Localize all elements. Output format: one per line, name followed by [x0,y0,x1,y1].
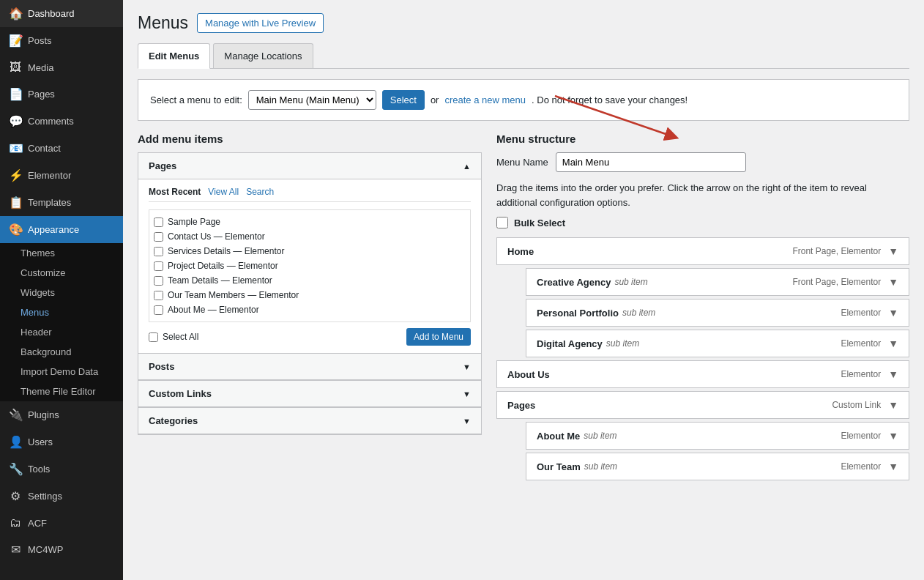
sidebar-item-dashboard[interactable]: 🏠Dashboard [0,0,123,27]
menu-item-meta: Front Page, Elementor [792,246,881,256]
users-icon: 👤 [9,435,22,449]
sidebar-item-pages[interactable]: 📄Pages [0,81,123,108]
sidebar-item-header[interactable]: Header [0,322,123,342]
comments-icon: 💬 [9,114,22,128]
accordion-categories-header[interactable]: Categories ▼ [138,408,481,434]
sidebar-item-tools[interactable]: 🔧Tools [0,456,123,483]
menu-item-expand-icon[interactable]: ▼ [888,430,898,442]
sidebar-item-mc4wp[interactable]: ✉MC4WP [0,536,123,563]
add-menu-panel: Add menu items Pages ▲ Most Recent View … [138,133,482,435]
accordion-custom-links-label: Custom Links [149,388,212,399]
menu-item-expand-icon[interactable]: ▼ [888,307,898,319]
sidebar-item-comments[interactable]: 💬Comments [0,108,123,135]
menu-item-meta: Elementor [841,338,881,349]
tab-edit-menus[interactable]: Edit Menus [138,43,210,69]
elementor-icon: ⚡ [9,168,22,182]
menu-name-input[interactable] [556,152,746,172]
page-name: Services Details — Elementor [168,246,284,256]
menu-item-expand-icon[interactable]: ▼ [888,461,898,472]
sidebar-item-appearance[interactable]: 🎨Appearance [0,216,123,243]
menu-item-expand-icon[interactable]: ▼ [888,245,898,257]
sidebar-item-acf[interactable]: 🗂ACF [0,510,123,536]
menu-item-name: About Me [537,431,580,442]
menu-item-expand-icon[interactable]: ▼ [888,399,898,411]
tab-search[interactable]: Search [246,187,274,197]
sidebar-item-media[interactable]: 🖼Media [0,54,123,81]
menu-item-meta: Elementor [841,461,881,472]
sidebar-item-themes[interactable]: Themes [0,243,123,263]
sidebar-label-pages: Pages [28,89,55,100]
page-checkbox[interactable] [154,305,163,315]
page-checkbox[interactable] [154,291,163,300]
sidebar-item-import-demo[interactable]: Import Demo Data [0,362,123,382]
menu-item-left: About Us [507,369,550,380]
select-all-checkbox[interactable] [149,332,158,342]
page-checkbox[interactable] [154,247,163,256]
list-item: Project Details — Elementor [154,259,466,273]
menu-select[interactable]: Main Menu (Main Menu) Secondary Menu Foo… [248,90,376,110]
sidebar-item-plugins[interactable]: 🔌Plugins [0,401,123,428]
page-name: About Me — Elementor [168,305,259,315]
accordion-custom-links-header[interactable]: Custom Links ▼ [138,381,481,407]
list-item: Sample Page [154,215,466,229]
accordion-pages-header[interactable]: Pages ▲ [138,153,481,179]
page-inner-tabs: Most Recent View All Search [149,187,471,202]
sidebar-item-widgets[interactable]: Widgets [0,283,123,302]
sidebar-item-elementor[interactable]: ⚡Elementor [0,162,123,189]
sidebar-label-widgets: Widgets [21,287,55,298]
sidebar-label-plugins: Plugins [28,409,59,420]
menu-item-meta: Custom Link [832,400,881,410]
select-menu-label: Select a menu to edit: [150,94,242,105]
page-checkbox[interactable] [154,218,163,227]
sidebar-item-contact[interactable]: 📧Contact [0,135,123,162]
chevron-down-icon-posts: ▼ [463,362,471,371]
add-to-menu-button[interactable]: Add to Menu [406,328,471,346]
sidebar-item-posts[interactable]: 📝Posts [0,27,123,54]
menu-item-right: Elementor ▼ [841,307,898,319]
menu-item-type: sub item [584,431,616,441]
menu-item-expand-icon[interactable]: ▼ [888,338,898,349]
sidebar-label-themes: Themes [21,248,55,259]
create-new-menu-link[interactable]: create a new menu [444,94,526,105]
sidebar-item-customize[interactable]: Customize [0,263,123,283]
sidebar-label-contact: Contact [28,143,61,154]
sidebar-submenu-appearance: ThemesCustomizeWidgetsMenusHeaderBackgro… [0,243,123,401]
tab-view-all[interactable]: View All [208,187,239,197]
sidebar-item-users[interactable]: 👤Users [0,428,123,456]
page-checkbox[interactable] [154,276,163,286]
menu-item-type: sub item [584,461,617,472]
sidebar-label-dashboard: Dashboard [28,8,75,19]
bulk-select-checkbox[interactable] [496,217,508,228]
menu-item-left: About Me sub item [537,431,617,442]
tabs-bar: Edit Menus Manage Locations [138,43,909,69]
menu-item-right: Front Page, Elementor ▼ [792,276,898,288]
accordion-categories-label: Categories [149,415,198,426]
plugins-icon: 🔌 [9,408,22,422]
two-col-layout: Add menu items Pages ▲ Most Recent View … [138,133,909,483]
menu-item-meta: Elementor [841,431,881,441]
sidebar-item-templates[interactable]: 📋Templates [0,189,123,216]
bulk-select-row: Bulk Select [496,217,909,228]
tools-icon: 🔧 [9,462,22,476]
sidebar-label-theme-editor: Theme File Editor [21,386,96,397]
tab-most-recent[interactable]: Most Recent [149,187,201,197]
sidebar-item-settings[interactable]: ⚙Settings [0,483,123,510]
accordion-pages-body: Most Recent View All Search Sample PageC… [138,179,481,353]
live-preview-button[interactable]: Manage with Live Preview [197,13,324,33]
menu-item-expand-icon[interactable]: ▼ [888,368,898,380]
sidebar-item-menus[interactable]: Menus [0,302,123,322]
accordion-posts-header[interactable]: Posts ▼ [138,354,481,380]
select-all-row: Select All [149,332,198,342]
page-checkbox[interactable] [154,232,163,242]
menu-item-name: Pages [507,400,535,411]
page-checkbox[interactable] [154,261,163,271]
tab-manage-locations[interactable]: Manage Locations [213,43,313,68]
menu-item-expand-icon[interactable]: ▼ [888,276,898,288]
sidebar-label-settings: Settings [28,491,62,502]
sidebar-item-background[interactable]: Background [0,342,123,362]
select-button[interactable]: Select [382,90,425,110]
menu-item-left: Personal Portfolio sub item [537,308,655,319]
sidebar-item-theme-editor[interactable]: Theme File Editor [0,382,123,401]
posts-icon: 📝 [9,34,22,48]
menu-item: Home Front Page, Elementor ▼ [496,237,909,265]
